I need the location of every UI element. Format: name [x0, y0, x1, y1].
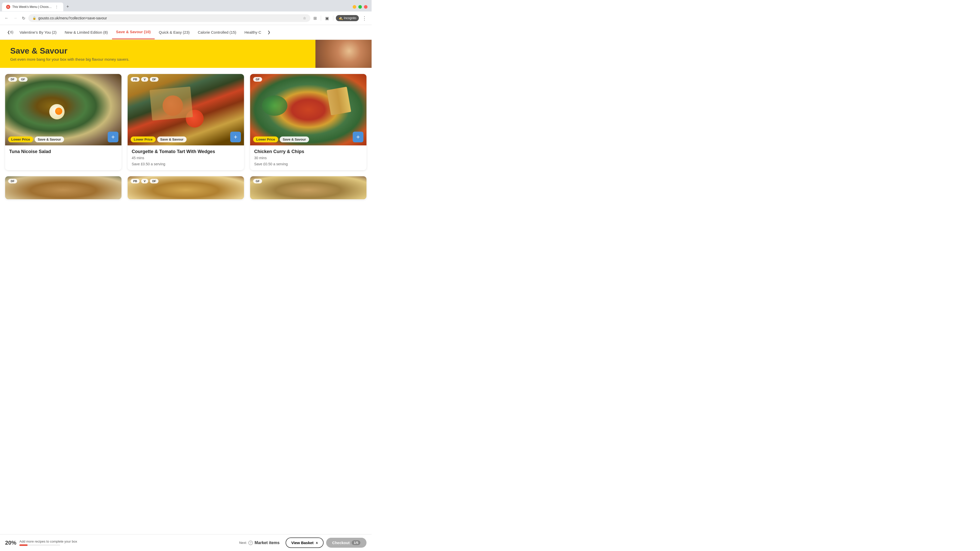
reload-button[interactable]: ↻ — [21, 14, 27, 22]
nav-bar: ← → ↻ 🔒 gousto.co.uk/menu?collection=sav… — [0, 11, 372, 25]
badge-v-b2: V — [141, 179, 148, 183]
badge-df-b1: DF — [8, 179, 17, 183]
forward-button[interactable]: → — [12, 14, 19, 22]
recipe-time-courgette: 45 mins — [132, 156, 240, 160]
tab-favicon: G — [6, 5, 10, 9]
badge-gf-tuna: GF — [19, 77, 27, 82]
cat-savesavour-label: Save & Savour — [116, 30, 143, 34]
address-bar[interactable]: 🔒 gousto.co.uk/menu?collection=save-savo… — [28, 14, 310, 22]
badge-gf-b3: GF — [253, 179, 262, 183]
badge-row-bottom-2: PB V DF — [130, 179, 159, 183]
window-controls — [351, 4, 369, 10]
recipe-card-bottom-2[interactable]: PB V DF — [127, 176, 244, 199]
recipe-image-chicken: GF Lower Price Save & Savour + — [250, 74, 366, 145]
badge-gf-chicken: GF — [253, 77, 262, 82]
close-button[interactable] — [364, 5, 368, 9]
cat-quickeasy-count: (23) — [183, 30, 189, 35]
cat-healthy-label: Healthy C — [245, 30, 261, 35]
restore-button[interactable] — [358, 5, 362, 9]
recipe-time-chicken: 30 mins — [254, 156, 363, 160]
recipe-save-chicken: Save £0.50 a serving — [254, 162, 363, 166]
menu-button[interactable]: ⋮ — [360, 14, 369, 23]
badge-pb-b2: PB — [130, 179, 140, 183]
url-text: gousto.co.uk/menu?collection=save-savour — [38, 16, 107, 20]
divider-1 — [321, 16, 321, 21]
recipe-card-tuna[interactable]: DF GF Lower Price Save & Savour + Tuna N… — [5, 74, 121, 170]
incognito-badge: 🕵 Incognito — [336, 15, 359, 21]
cat-valentines-count: (2) — [52, 30, 56, 35]
badge-pb: PB — [130, 77, 140, 82]
recipe-title-courgette: Courgette & Tomato Tart With Wedges — [132, 149, 240, 154]
add-button-tuna[interactable]: + — [108, 132, 118, 142]
cat-calorie-label: Calorie Controlled — [198, 30, 228, 35]
cat-quickeasy-label: Quick & Easy — [159, 30, 182, 35]
labels-row-tuna: Lower Price Save & Savour — [8, 137, 64, 142]
tab-close-icon[interactable]: ⋮ — [54, 5, 59, 9]
cat-calorie-count: (15) — [229, 30, 236, 35]
badge-row-courgette: PB V DF — [130, 77, 159, 82]
divider-2 — [333, 16, 333, 21]
recipe-image-courgette: PB V DF Lower Price Save & Savour + — [127, 74, 244, 145]
recipe-grid: DF GF Lower Price Save & Savour + Tuna N… — [5, 74, 366, 170]
recipe-card-bottom-1[interactable]: DF — [5, 176, 121, 199]
add-button-courgette[interactable]: + — [230, 132, 241, 142]
badge-row-tuna: DF GF — [8, 77, 27, 82]
recipe-info-tuna: Tuna Nicoise Salad — [5, 145, 121, 159]
recipe-image-tuna: DF GF Lower Price Save & Savour + — [5, 74, 121, 145]
hero-text: Save & Savour Get even more bang for you… — [10, 46, 129, 62]
badge-row-bottom-3: GF — [253, 179, 262, 183]
recipe-title-chicken: Chicken Curry & Chips — [254, 149, 363, 154]
badge-df-b2: DF — [150, 179, 159, 183]
badge-v: V — [141, 77, 148, 82]
cat-item-valentines[interactable]: Valentine's By You (2) — [15, 25, 60, 39]
extensions-button[interactable]: ⊞ — [312, 14, 318, 22]
cat-item-savesavour[interactable]: Save & Savour (10) — [112, 25, 155, 39]
labels-row-chicken: Lower Price Save & Savour — [253, 137, 309, 142]
recipe-title-tuna: Tuna Nicoise Salad — [9, 149, 118, 154]
hero-image — [315, 40, 372, 68]
savour-label-tuna: Save & Savour — [35, 137, 64, 142]
badge-row-chicken: GF — [253, 77, 262, 82]
cat-new-count: (8) — [103, 30, 108, 35]
lower-price-label-courgette: Lower Price — [130, 137, 156, 142]
cat-nav-next[interactable]: ❯ — [266, 25, 272, 39]
tablet-icon[interactable]: ▣ — [324, 14, 331, 22]
badge-row-bottom-1: DF — [8, 179, 17, 183]
savour-label-chicken: Save & Savour — [280, 137, 309, 142]
recipe-grid-bottom: DF PB V DF GF — [5, 176, 366, 199]
cat-valentines-label: Valentine's By You — [19, 30, 51, 35]
new-tab-button[interactable]: + — [64, 2, 71, 11]
badge-df-tuna: DF — [8, 77, 17, 82]
lock-icon: 🔒 — [32, 16, 36, 20]
recipe-info-chicken: Chicken Curry & Chips 30 mins Save £0.50… — [250, 145, 366, 170]
browser-window: G This Week's Menu | Choose Fro... ⋮ + ←… — [0, 0, 372, 220]
tab-title: This Week's Menu | Choose Fro... — [12, 5, 52, 9]
hero-banner: Save & Savour Get even more bang for you… — [0, 40, 372, 68]
cat-item-quickeasy[interactable]: Quick & Easy (23) — [155, 25, 194, 39]
recipe-info-courgette: Courgette & Tomato Tart With Wedges 45 m… — [127, 145, 244, 170]
cat-item-new[interactable]: New & Limited Edition (8) — [60, 25, 112, 39]
minimize-button[interactable] — [353, 5, 356, 9]
cat-nav-prev[interactable]: ❮6) — [5, 25, 15, 39]
savour-label-courgette: Save & Savour — [157, 137, 186, 142]
cat-savesavour-count: (10) — [144, 30, 151, 34]
hero-title: Save & Savour — [10, 46, 129, 56]
active-tab[interactable]: G This Week's Menu | Choose Fro... ⋮ — [2, 3, 63, 11]
add-button-chicken[interactable]: + — [353, 132, 363, 142]
back-button[interactable]: ← — [3, 14, 10, 22]
badge-df-courgette: DF — [150, 77, 159, 82]
hero-subtitle: Get even more bang for your box with the… — [10, 57, 129, 62]
lower-price-label-tuna: Lower Price — [8, 137, 33, 142]
incognito-label: Incognito — [344, 16, 356, 20]
incognito-icon: 🕵 — [339, 16, 343, 20]
cat-new-label: New & Limited Edition — [65, 30, 102, 35]
cat-item-healthy[interactable]: Healthy C — [240, 25, 266, 39]
labels-row-courgette: Lower Price Save & Savour — [130, 137, 186, 142]
star-icon[interactable]: ☆ — [303, 16, 306, 20]
main-content: DF GF Lower Price Save & Savour + Tuna N… — [0, 68, 372, 220]
recipe-card-courgette[interactable]: PB V DF Lower Price Save & Savour + Cour… — [127, 74, 244, 170]
recipe-card-bottom-3[interactable]: GF — [250, 176, 366, 199]
cat-item-calorie[interactable]: Calorie Controlled (15) — [194, 25, 240, 39]
category-nav: ❮6) Valentine's By You (2) New & Limited… — [0, 25, 372, 40]
recipe-card-chicken[interactable]: GF Lower Price Save & Savour + Chicken C… — [250, 74, 366, 170]
